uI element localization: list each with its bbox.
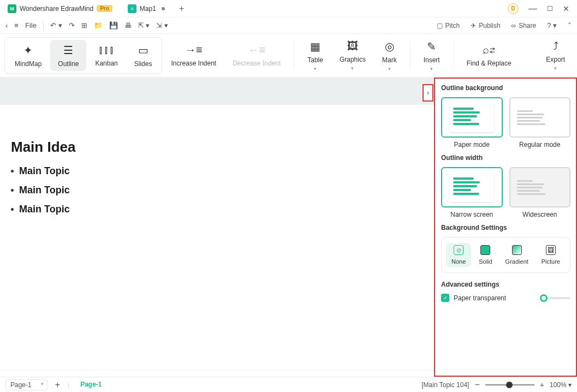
increase-indent-button[interactable]: →≡Increase Indent	[163, 37, 224, 74]
gradient-icon	[512, 245, 522, 255]
zoom-value: 100%	[550, 381, 567, 389]
paper-mode-label: Paper mode	[454, 141, 490, 149]
kanban-view-button[interactable]: ⫿⫿⫿Kanban	[87, 40, 125, 71]
import-button[interactable]: ⇲ ▾	[156, 21, 168, 29]
doc-icon: ≡	[128, 4, 136, 13]
zoom-knob	[506, 382, 513, 388]
file-menu[interactable]: File	[25, 21, 37, 29]
app-name: Wondershare EdrawMind	[20, 5, 93, 13]
zoom-level[interactable]: 100% ▾	[550, 381, 572, 389]
panel-collapse-button[interactable]: ›	[423, 84, 433, 102]
publish-button[interactable]: ✈Publish	[471, 22, 500, 29]
pro-badge: Pro	[97, 5, 112, 12]
topic-item[interactable]: Main Topic	[11, 185, 434, 196]
topic-text: Main Topic	[19, 165, 70, 177]
paper-mode-option[interactable]: Paper mode	[441, 97, 503, 149]
paper-transparent-checkbox[interactable]: ✓	[441, 294, 449, 302]
separator	[453, 41, 454, 69]
export-icon: ⤴	[553, 40, 558, 52]
add-tab-button[interactable]: +	[172, 4, 191, 14]
narrow-label: Narrow screen	[450, 211, 493, 218]
undo-button[interactable]: ↶ ▾	[50, 21, 62, 29]
collapse-ribbon-button[interactable]: ˄	[568, 21, 572, 29]
share-icon: ∞	[511, 22, 516, 29]
decrease-indent-button: ←≡Decrease Indent	[225, 37, 288, 74]
gradient-label: Gradient	[505, 258, 528, 265]
mindmap-icon: ✦	[23, 44, 33, 57]
bg-solid-option[interactable]: Solid	[473, 243, 497, 267]
dec-indent-label: Decrease Indent	[233, 60, 281, 67]
narrow-screen-option[interactable]: Narrow screen	[441, 167, 503, 218]
save-button[interactable]: 💾	[109, 21, 118, 29]
add-page-button[interactable]: +	[55, 380, 60, 390]
export-quick-button[interactable]: ⇱ ▾	[138, 21, 150, 29]
page-selector[interactable]: Page-1	[5, 379, 47, 390]
bg-none-option[interactable]: ⊘None	[446, 243, 471, 267]
share-label: Share	[519, 22, 536, 29]
minimize-button[interactable]: ―	[528, 4, 537, 14]
maximize-button[interactable]: ☐	[547, 5, 553, 13]
regular-mode-thumb	[509, 97, 571, 138]
paper-transparent-slider[interactable]	[540, 297, 570, 299]
insert-button[interactable]: ✎Insert▾	[416, 37, 448, 74]
indent-in-icon: →≡	[185, 44, 203, 56]
widescreen-option[interactable]: Widescreen	[509, 167, 571, 218]
zoom-slider[interactable]	[485, 384, 534, 385]
wide-label: Widescreen	[522, 211, 557, 218]
outline-view-button[interactable]: ☰Outline	[50, 40, 86, 71]
mindmap-view-button[interactable]: ✦MindMap	[7, 40, 49, 71]
topic-item[interactable]: Main Topic	[11, 165, 434, 177]
separator: |	[68, 381, 69, 389]
graphics-label: Graphics	[340, 56, 366, 63]
bg-picture-option[interactable]: 🖼Picture	[536, 243, 566, 267]
narrow-thumb	[441, 167, 503, 207]
view-switcher: ✦MindMap ☰Outline ⫿⫿⫿Kanban ▭Slides	[4, 37, 162, 74]
new-button[interactable]: ⊞	[81, 21, 87, 29]
horizontal-scrollbar[interactable]	[0, 370, 434, 377]
app-tab[interactable]: M Wondershare EdrawMind Pro	[0, 0, 120, 17]
back-button[interactable]: ‹	[5, 21, 8, 29]
export-label: Export	[546, 56, 565, 63]
graphics-button[interactable]: 🖼Graphics▾	[332, 37, 373, 74]
zoom-in-button[interactable]: +	[540, 381, 544, 389]
document-tab[interactable]: ≡ Map1	[120, 0, 172, 17]
bg-gradient-option[interactable]: Gradient	[500, 243, 534, 267]
publish-label: Publish	[479, 22, 500, 29]
topic-item[interactable]: Main Topic	[11, 204, 434, 215]
main-idea-heading[interactable]: Main Idea	[11, 139, 434, 156]
doc-tab-label: Map1	[140, 5, 156, 13]
advanced-settings-heading: Advanced settings	[441, 281, 570, 288]
regular-mode-label: Regular mode	[519, 141, 560, 149]
outline-background-heading: Outline background	[441, 84, 570, 92]
canvas[interactable]: Main Idea Main Topic Main Topic Main Top…	[0, 78, 434, 377]
regular-mode-option[interactable]: Regular mode	[509, 97, 571, 149]
topic-text: Main Topic	[19, 185, 70, 196]
ribbon: ✦MindMap ☰Outline ⫿⫿⫿Kanban ▭Slides →≡In…	[0, 34, 577, 78]
graphics-icon: 🖼	[347, 40, 358, 52]
find-replace-button[interactable]: ⌕⇄Find & Replace	[459, 37, 519, 74]
zoom-out-button[interactable]: −	[474, 380, 479, 390]
outline-document[interactable]: Main Idea Main Topic Main Topic Main Top…	[0, 105, 434, 223]
export-button[interactable]: ⤴Export▾	[538, 37, 573, 74]
close-button[interactable]: ✕	[563, 4, 569, 13]
print-button[interactable]: 🖶	[124, 21, 132, 29]
help-button[interactable]: ? ▾	[547, 21, 557, 29]
avatar[interactable]: D	[508, 3, 519, 14]
workspace: Main Idea Main Topic Main Topic Main Top…	[0, 78, 577, 377]
outline-width-heading: Outline width	[441, 154, 570, 162]
mindmap-label: MindMap	[15, 60, 41, 68]
pitch-button[interactable]: ▢Pitch	[437, 22, 460, 29]
chevron-down-icon: ▾	[314, 66, 317, 72]
redo-button[interactable]: ↷	[69, 21, 75, 29]
outline-label: Outline	[58, 60, 79, 68]
menu-icon[interactable]: ≡	[14, 21, 19, 29]
quick-toolbar: ‹ ≡ File ↶ ▾ ↷ ⊞ 📁 💾 🖶 ⇱ ▾ ⇲ ▾ ▢Pitch ✈P…	[0, 17, 577, 34]
slides-view-button[interactable]: ▭Slides	[127, 40, 160, 71]
page-tab[interactable]: Page-1	[77, 378, 105, 391]
share-button[interactable]: ∞Share	[511, 22, 537, 29]
none-icon: ⊘	[454, 245, 463, 255]
table-button[interactable]: ▦Table▾	[300, 37, 331, 74]
open-button[interactable]: 📁	[94, 21, 103, 29]
outline-icon: ☰	[63, 44, 73, 57]
mark-button[interactable]: ◎Mark▾	[374, 37, 405, 74]
